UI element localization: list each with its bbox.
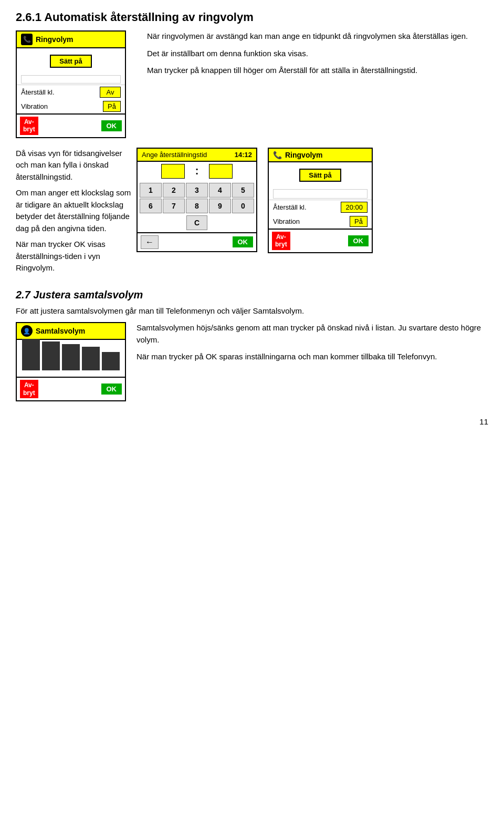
avbryt-button-1[interactable]: Av-bryt bbox=[20, 117, 38, 135]
widget1-title: Ringvolym bbox=[36, 35, 74, 44]
intro-row: 📞 Ringvolym Sätt på Återställ kl. Av Vib… bbox=[16, 30, 488, 138]
numpad-btn-0[interactable]: 0 bbox=[232, 199, 254, 213]
colon-separator: : bbox=[195, 165, 199, 177]
numpad-btn-7[interactable]: 7 bbox=[163, 199, 185, 213]
samtals-titlebar: 👤 Samtalsvolym bbox=[17, 323, 125, 340]
avbryt-button-2[interactable]: Av-bryt bbox=[272, 232, 290, 250]
widget2-title: Ringvolym bbox=[285, 151, 323, 159]
numpad-widget: Ange återställningstid 14:12 : 1 2 3 4 5… bbox=[136, 148, 257, 252]
numpad-btn-c[interactable]: C bbox=[186, 215, 207, 230]
person-icon: 👤 bbox=[21, 325, 33, 337]
time-input-minutes[interactable] bbox=[209, 164, 233, 179]
mid-p1: Då visas vyn för tidsangivelser och man … bbox=[16, 148, 131, 183]
numpad-btn-4[interactable]: 4 bbox=[209, 183, 231, 198]
blank-row-2 bbox=[273, 189, 368, 199]
volume-bars bbox=[17, 340, 125, 377]
time-input-hours[interactable] bbox=[161, 164, 185, 179]
numpad-title: Ange återställningstid bbox=[142, 151, 207, 159]
numpad-titlebar: Ange återställningstid 14:12 bbox=[138, 149, 256, 162]
three-panels-row: Då visas vyn för tidsangivelser och man … bbox=[16, 148, 488, 278]
numpad-btn-1[interactable]: 1 bbox=[140, 183, 162, 198]
avbryt-button-samtals[interactable]: Av-bryt bbox=[20, 380, 38, 398]
vibration-label-2: Vibration bbox=[273, 217, 346, 225]
samtals-title: Samtalsvolym bbox=[36, 327, 85, 335]
sattpå-button-1[interactable]: Sätt på bbox=[50, 55, 92, 68]
ringvolym-widget-1: 📞 Ringvolym Sätt på Återställ kl. Av Vib… bbox=[16, 30, 126, 138]
volume-bar-1[interactable] bbox=[22, 339, 40, 370]
widget1-bottombar: Av-bryt OK bbox=[17, 113, 125, 137]
vibration-row-2: Vibration På bbox=[269, 214, 372, 229]
intro-p2: Det är inställbart om denna funktion ska… bbox=[147, 48, 488, 60]
numpad-btn-5[interactable]: 5 bbox=[232, 183, 254, 198]
widget2-titlebar: 📞 Ringvolym bbox=[269, 149, 372, 162]
ok-button-2[interactable]: OK bbox=[348, 235, 369, 246]
section27-text: Samtalsvolymen höjs/sänks genom att man … bbox=[136, 322, 488, 401]
left-panel-intro: 📞 Ringvolym Sätt på Återställ kl. Av Vib… bbox=[16, 30, 131, 138]
aterstall-value-1[interactable]: Av bbox=[100, 87, 121, 98]
sattpå-button-2[interactable]: Sätt på bbox=[299, 169, 341, 182]
mid-p2: Om man anger ett klockslag som är tidiga… bbox=[16, 187, 131, 234]
intro-p3: Man trycker på knappen till höger om Åte… bbox=[147, 65, 488, 77]
page-number: 11 bbox=[16, 417, 488, 426]
section27-row: 👤 Samtalsvolym Av-bryt OK Samtalsvolymen… bbox=[16, 322, 488, 401]
widget1-titlebar: 📞 Ringvolym bbox=[17, 32, 125, 48]
section-title: 2.6.1 Automatisk återställning av ringvo… bbox=[16, 11, 488, 24]
section27-title: 2.7 Justera samtalsvolym bbox=[16, 289, 488, 301]
vibration-value-1[interactable]: På bbox=[103, 101, 121, 112]
numpad-bottom-row: C bbox=[138, 215, 256, 232]
aterstall-row-2: Återställ kl. 20:00 bbox=[269, 200, 372, 214]
back-button[interactable]: ← bbox=[141, 235, 159, 249]
aterstall-label-2: Återställ kl. bbox=[273, 203, 338, 211]
center-panel: Ange återställningstid 14:12 : 1 2 3 4 5… bbox=[136, 148, 262, 252]
colon-row: : bbox=[138, 162, 256, 181]
numpad-grid-row1: 1 2 3 4 5 6 7 8 9 0 bbox=[138, 181, 256, 215]
numpad-btn-2[interactable]: 2 bbox=[163, 183, 185, 198]
section-261: 2.6.1 Automatisk återställning av ringvo… bbox=[16, 11, 488, 278]
volume-bar-3[interactable] bbox=[62, 344, 80, 370]
aterstall-label-1: Återställ kl. bbox=[21, 88, 97, 96]
mid-left-text: Då visas vyn för tidsangivelser och man … bbox=[16, 148, 131, 278]
vibration-value-2[interactable]: På bbox=[350, 216, 368, 227]
aterstall-value-2[interactable]: 20:00 bbox=[341, 202, 368, 213]
volume-bar-4[interactable] bbox=[82, 347, 100, 370]
ok-button-samtals[interactable]: OK bbox=[101, 384, 122, 395]
volume-bar-5[interactable] bbox=[102, 352, 120, 370]
intro-p1: När ringvolymen är avstängd kan man ange… bbox=[147, 30, 488, 43]
phone-icon-2: 📞 bbox=[273, 151, 282, 159]
widget2-bottombar: Av-bryt OK bbox=[269, 229, 372, 252]
aterstall-row-1: Återställ kl. Av bbox=[17, 85, 125, 99]
phone-icon: 📞 bbox=[21, 34, 33, 45]
mid-p3: När man trycker OK visas återställnings-… bbox=[16, 239, 131, 274]
numpad-bottombar: ← OK bbox=[138, 232, 256, 251]
samtals-bottombar: Av-bryt OK bbox=[17, 377, 125, 400]
right-panel: 📞 Ringvolym Sätt på Återställ kl. 20:00 … bbox=[268, 148, 488, 253]
samtalsvolym-widget: 👤 Samtalsvolym Av-bryt OK bbox=[16, 322, 126, 401]
ringvolym-widget-2: 📞 Ringvolym Sätt på Återställ kl. 20:00 … bbox=[268, 148, 373, 253]
vibration-row-1: Vibration På bbox=[17, 99, 125, 113]
intro-text: När ringvolymen är avstängd kan man ange… bbox=[147, 30, 488, 138]
numpad-ok-button[interactable]: OK bbox=[233, 236, 254, 247]
numpad-btn-6[interactable]: 6 bbox=[140, 199, 162, 213]
section-27: 2.7 Justera samtalsvolym För att justera… bbox=[16, 289, 488, 401]
numpad-btn-8[interactable]: 8 bbox=[186, 199, 208, 213]
section27-intro: För att justera samtalsvolymen går man t… bbox=[16, 305, 488, 317]
ok-button-1[interactable]: OK bbox=[101, 120, 122, 131]
numpad-time: 14:12 bbox=[235, 151, 252, 159]
section27-p1: Samtalsvolymen höjs/sänks genom att man … bbox=[136, 322, 488, 346]
numpad-btn-3[interactable]: 3 bbox=[186, 183, 208, 198]
section27-p2: När man trycker på OK sparas inställning… bbox=[136, 351, 488, 363]
volume-bar-2[interactable] bbox=[42, 341, 60, 370]
numpad-btn-9[interactable]: 9 bbox=[209, 199, 231, 213]
vibration-label-1: Vibration bbox=[21, 102, 100, 110]
